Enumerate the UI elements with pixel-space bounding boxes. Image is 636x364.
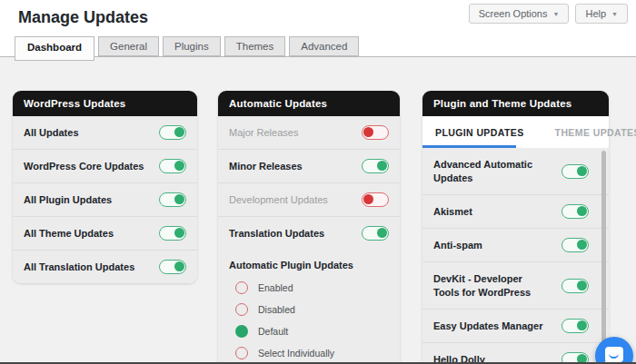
row-label: Anti-spam <box>433 239 482 251</box>
toggle-row-devkit: DevKit - Developer Tools for WordPress <box>422 262 609 310</box>
top-buttons: Screen Options ▼ Help ▼ <box>469 4 628 24</box>
chevron-down-icon: ▼ <box>553 11 560 17</box>
row-label: Advanced Automatic Updates <box>433 158 547 184</box>
tab-dashboard[interactable]: Dashboard <box>15 36 94 61</box>
main-tab-bar: Dashboard General Plugins Themes Advance… <box>15 36 359 61</box>
toggle-row-all-plugin-updates: All Plugin Updates <box>13 183 197 217</box>
help-label: Help <box>585 8 606 19</box>
row-label: WordPress Core Updates <box>24 160 144 172</box>
subtab-theme-updates[interactable]: THEME UPDATES <box>555 127 636 138</box>
toggle-row-major-releases: Major Releases <box>218 116 400 150</box>
toggle-row-anti-spam: Anti-spam <box>422 229 609 262</box>
toggle-switch[interactable] <box>159 192 186 207</box>
radio-button[interactable] <box>235 281 248 294</box>
toggle-row-translation-updates: Translation Updates <box>218 217 400 250</box>
radio-button[interactable] <box>235 347 248 359</box>
toggle-switch[interactable] <box>362 226 389 241</box>
toggle-row-wordpress-core-updates: WordPress Core Updates <box>13 150 197 183</box>
row-label: DevKit - Developer Tools for WordPress <box>433 272 547 299</box>
toggle-switch[interactable] <box>561 279 589 293</box>
radio-label: Select Individually <box>258 348 334 359</box>
radio-label: Disabled <box>258 304 295 315</box>
tab-plugins[interactable]: Plugins <box>163 36 221 56</box>
radio-option-default[interactable]: Default <box>229 320 389 342</box>
toggle-switch[interactable] <box>561 319 589 333</box>
toggle-switch[interactable] <box>159 125 186 140</box>
toggle-switch[interactable] <box>362 125 389 140</box>
toggle-switch[interactable] <box>159 260 186 274</box>
radio-button[interactable] <box>235 303 248 316</box>
toggle-row-advanced-automatic-updates: Advanced Automatic Updates <box>422 148 609 195</box>
wordpress-updates-panel-title: WordPress Updates <box>13 91 197 116</box>
row-label: Development Updates <box>229 193 328 206</box>
plugin-theme-updates-panel: Plugin and Theme Updates PLUGIN UPDATES … <box>422 91 609 364</box>
toggle-row-akismet: Akismet <box>422 195 609 229</box>
row-label: Major Releases <box>229 126 298 139</box>
screen-options-label: Screen Options <box>479 8 548 19</box>
radio-option-disabled[interactable]: Disabled <box>229 299 389 320</box>
row-label: Akismet <box>433 205 472 218</box>
toggle-row-minor-releases: Minor Releases <box>218 150 400 183</box>
radio-label: Default <box>258 326 288 337</box>
list-scrollbar[interactable] <box>601 151 606 361</box>
row-label: Translation Updates <box>229 227 324 240</box>
radio-label: Enabled <box>258 282 293 293</box>
automatic-updates-panel: Automatic Updates Major Releases Minor R… <box>218 91 400 364</box>
row-label: Minor Releases <box>229 160 303 172</box>
plugin-theme-updates-panel-title: Plugin and Theme Updates <box>422 91 609 116</box>
row-label: Easy Updates Manager <box>433 320 542 332</box>
manage-updates-page: Manage Updates Screen Options ▼ Help ▼ D… <box>0 0 636 364</box>
radio-button[interactable] <box>235 325 248 338</box>
toggle-row-all-updates: All Updates <box>13 116 197 150</box>
toggle-switch[interactable] <box>362 159 389 173</box>
toggle-switch[interactable] <box>159 226 186 241</box>
tab-general[interactable]: General <box>98 36 159 56</box>
row-label: All Plugin Updates <box>24 193 112 206</box>
screen-options-button[interactable]: Screen Options ▼ <box>469 4 570 24</box>
toggle-switch[interactable] <box>561 238 589 252</box>
automatic-plugin-updates-title: Automatic Plugin Updates <box>229 260 389 271</box>
toggle-row-all-theme-updates: All Theme Updates <box>13 217 197 251</box>
help-button[interactable]: Help ▼ <box>575 4 628 24</box>
chat-icon <box>605 347 623 362</box>
radio-option-select-individually[interactable]: Select Individually <box>229 342 389 364</box>
row-label: All Updates <box>24 126 79 139</box>
row-label: All Translation Updates <box>24 261 134 273</box>
toggle-switch[interactable] <box>561 164 589 179</box>
row-label: All Theme Updates <box>24 227 114 240</box>
automatic-updates-panel-title: Automatic Updates <box>218 91 400 116</box>
automatic-plugin-updates-section: Automatic Plugin Updates Enabled Disable… <box>218 250 400 364</box>
toggle-row-easy-updates-manager: Easy Updates Manager <box>422 310 609 343</box>
toggle-row-hello-dolly: Hello Dolly <box>422 343 609 364</box>
toggle-row-all-translation-updates: All Translation Updates <box>13 251 197 283</box>
subtab-plugin-updates[interactable]: PLUGIN UPDATES <box>435 127 524 138</box>
page-title: Manage Updates <box>18 8 148 27</box>
plugin-theme-subtab-bar: PLUGIN UPDATES THEME UPDATES <box>422 116 609 148</box>
wordpress-updates-list: All Updates WordPress Core Updates All P… <box>13 116 197 283</box>
chevron-down-icon: ▼ <box>611 11 618 17</box>
tab-advanced[interactable]: Advanced <box>289 36 359 56</box>
plugin-updates-list: Advanced Automatic Updates Akismet Anti-… <box>422 148 609 364</box>
radio-option-enabled[interactable]: Enabled <box>229 277 389 299</box>
toggle-switch[interactable] <box>159 159 186 173</box>
toggle-switch[interactable] <box>561 204 589 219</box>
toggle-row-development-updates: Development Updates <box>218 183 400 217</box>
toggle-switch[interactable] <box>362 192 389 207</box>
wordpress-updates-panel: WordPress Updates All Updates WordPress … <box>13 91 197 283</box>
tab-themes[interactable]: Themes <box>224 36 286 56</box>
automatic-updates-list: Major Releases Minor Releases Developmen… <box>218 116 400 250</box>
